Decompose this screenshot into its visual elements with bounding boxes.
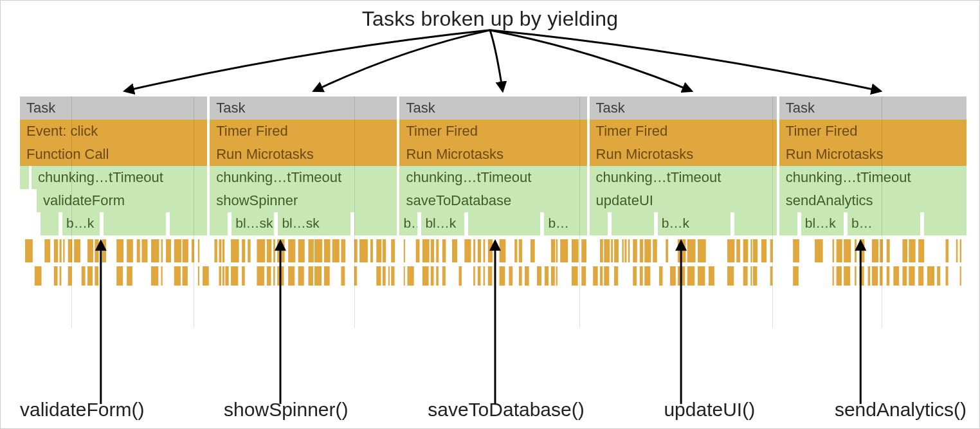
- svg-rect-52: [273, 266, 275, 286]
- svg-rect-195: [960, 266, 961, 286]
- svg-rect-12: [87, 239, 93, 262]
- svg-rect-112: [545, 266, 549, 286]
- svg-rect-50: [267, 266, 271, 286]
- arrow-down: [490, 30, 503, 91]
- svg-rect-147: [698, 239, 706, 262]
- blk-fragment: bl…sk: [278, 212, 350, 235]
- svg-rect-107: [519, 239, 522, 262]
- svg-rect-91: [452, 239, 457, 262]
- svg-rect-84: [422, 266, 429, 286]
- svg-rect-189: [927, 266, 934, 286]
- svg-rect-32: [192, 239, 194, 262]
- svg-rect-43: [231, 266, 238, 286]
- row-task: TaskTaskTaskTaskTask: [20, 96, 966, 120]
- svg-rect-35: [203, 266, 209, 286]
- row-event: Event: clickTimer FiredTimer FiredTimer …: [20, 120, 966, 143]
- svg-rect-68: [354, 239, 358, 262]
- svg-rect-44: [242, 239, 245, 262]
- svg-rect-38: [219, 266, 221, 286]
- row-blk: b…kbl…skbl…skb…bl…kb…b…kbl…kb…: [20, 212, 966, 235]
- svg-rect-182: [893, 266, 899, 286]
- svg-rect-3: [54, 239, 58, 262]
- blk-fragment: [779, 212, 797, 235]
- svg-rect-161: [770, 266, 773, 286]
- svg-rect-176: [872, 239, 878, 262]
- svg-rect-155: [750, 239, 752, 262]
- svg-rect-1: [35, 266, 42, 286]
- fn-label: validateForm(): [20, 399, 144, 421]
- svg-rect-103: [500, 239, 506, 262]
- svg-rect-7: [63, 239, 64, 262]
- svg-rect-30: [183, 239, 188, 262]
- svg-rect-82: [416, 239, 420, 262]
- func-cell: Run Microtasks: [779, 143, 966, 166]
- svg-rect-121: [581, 266, 586, 286]
- flame-graph: TaskTaskTaskTaskTask Event: clickTimer F…: [20, 96, 966, 328]
- svg-rect-25: [161, 239, 162, 262]
- svg-rect-124: [600, 266, 603, 286]
- svg-rect-78: [391, 266, 394, 286]
- svg-rect-31: [183, 266, 188, 286]
- svg-rect-9: [68, 266, 72, 286]
- svg-rect-186: [909, 266, 914, 286]
- svg-rect-104: [500, 266, 505, 286]
- svg-rect-129: [614, 266, 618, 286]
- svg-rect-62: [314, 266, 322, 286]
- svg-rect-170: [844, 266, 850, 286]
- svg-rect-66: [341, 239, 345, 262]
- svg-rect-87: [436, 239, 439, 262]
- svg-rect-83: [422, 239, 430, 262]
- svg-rect-47: [257, 239, 265, 262]
- svg-rect-45: [242, 266, 245, 286]
- svg-rect-40: [222, 266, 224, 286]
- svg-rect-71: [370, 239, 373, 262]
- diagram-title: Tasks broken up by yielding: [1, 7, 979, 31]
- svg-rect-99: [484, 266, 485, 286]
- svg-rect-126: [604, 266, 609, 286]
- svg-rect-131: [624, 239, 626, 262]
- svg-rect-106: [514, 239, 517, 262]
- arrow-down: [314, 30, 490, 91]
- svg-rect-141: [666, 239, 668, 262]
- svg-rect-125: [604, 239, 610, 262]
- svg-rect-165: [833, 239, 834, 262]
- svg-rect-19: [127, 239, 133, 262]
- svg-rect-90: [442, 266, 446, 286]
- svg-rect-192: [946, 266, 948, 286]
- svg-rect-54: [277, 266, 284, 286]
- fn-label: saveToDatabase(): [428, 399, 584, 421]
- event-cell: Timer Fired: [210, 120, 397, 143]
- svg-rect-29: [174, 266, 181, 286]
- svg-rect-56: [288, 266, 295, 286]
- svg-rect-127: [611, 239, 613, 262]
- svg-rect-118: [572, 239, 579, 262]
- event-cell: Event: click: [20, 120, 207, 143]
- svg-rect-154: [743, 266, 748, 286]
- svg-rect-64: [324, 266, 330, 286]
- svg-rect-63: [324, 239, 331, 262]
- svg-rect-16: [102, 239, 106, 262]
- fn-label: showSpinner(): [224, 399, 348, 421]
- svg-rect-180: [887, 239, 890, 262]
- svg-rect-57: [298, 239, 305, 262]
- svg-rect-135: [640, 239, 643, 262]
- blk-fragment: bl…sk: [231, 212, 274, 235]
- chunk-cell: chunking…tTimeout: [399, 166, 586, 189]
- svg-rect-164: [815, 239, 823, 262]
- svg-rect-21: [137, 239, 140, 262]
- svg-rect-183: [902, 239, 907, 262]
- svg-rect-88: [436, 266, 439, 286]
- svg-rect-6: [60, 266, 62, 286]
- svg-rect-72: [376, 239, 381, 262]
- svg-rect-28: [174, 239, 181, 262]
- svg-rect-49: [267, 239, 271, 262]
- stripe-pattern: [20, 239, 966, 298]
- blk-fragment: [41, 212, 59, 235]
- svg-rect-98: [484, 239, 485, 262]
- row-func: Function CallRun MicrotasksRun Microtask…: [20, 143, 966, 166]
- blk-fragment: [354, 212, 397, 235]
- svg-rect-178: [880, 239, 883, 262]
- fn-cell: showSpinner: [210, 189, 397, 212]
- svg-rect-2: [44, 239, 50, 262]
- svg-rect-75: [383, 266, 386, 286]
